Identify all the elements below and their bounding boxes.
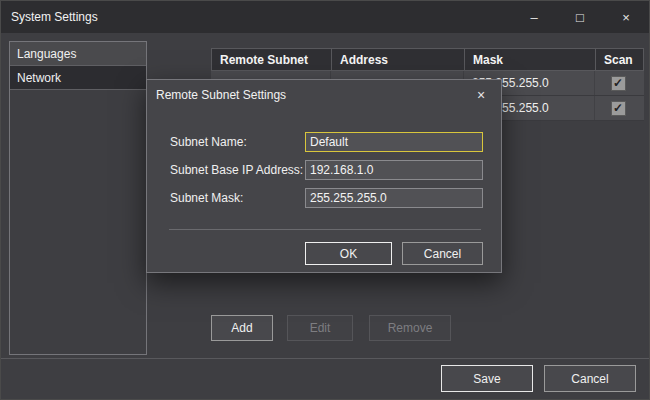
ok-button[interactable]: OK bbox=[305, 242, 392, 265]
dialog-cancel-button[interactable]: Cancel bbox=[402, 242, 483, 265]
edit-button[interactable]: Edit bbox=[287, 315, 353, 341]
sidebar-item-network[interactable]: Network bbox=[10, 66, 146, 90]
window-controls: – □ × bbox=[511, 1, 649, 33]
minimize-icon[interactable]: – bbox=[511, 1, 557, 33]
column-header-address[interactable]: Address bbox=[332, 49, 465, 70]
title-bar: System Settings – □ × bbox=[1, 1, 649, 33]
add-button[interactable]: Add bbox=[211, 315, 273, 341]
footer-divider bbox=[1, 358, 649, 359]
dialog-divider bbox=[169, 229, 481, 230]
subnet-name-field[interactable] bbox=[305, 132, 483, 152]
save-button[interactable]: Save bbox=[441, 365, 533, 392]
column-header-mask[interactable]: Mask bbox=[465, 49, 596, 70]
settings-category-list: Languages Network bbox=[9, 41, 147, 355]
dialog-title-bar: Remote Subnet Settings × bbox=[147, 80, 501, 110]
maximize-icon[interactable]: □ bbox=[557, 1, 603, 33]
table-header: Remote Subnet Address Mask Scan bbox=[211, 48, 644, 71]
cancel-button[interactable]: Cancel bbox=[544, 365, 636, 392]
column-header-scan[interactable]: Scan bbox=[596, 49, 642, 70]
scan-checkbox[interactable]: ✓ bbox=[611, 101, 626, 116]
scan-checkbox[interactable]: ✓ bbox=[611, 76, 626, 91]
subnet-mask-row: Subnet Mask: bbox=[147, 188, 501, 208]
subnet-mask-field[interactable] bbox=[305, 188, 483, 208]
cell-scan: ✓ bbox=[595, 96, 641, 120]
column-header-remote-subnet[interactable]: Remote Subnet bbox=[212, 49, 332, 70]
subnet-base-ip-row: Subnet Base IP Address: bbox=[147, 160, 501, 180]
subnet-mask-label: Subnet Mask: bbox=[170, 191, 243, 205]
dialog-close-icon[interactable]: × bbox=[470, 87, 492, 103]
subnet-name-label: Subnet Name: bbox=[170, 135, 247, 149]
window-title: System Settings bbox=[1, 10, 98, 24]
remove-button[interactable]: Remove bbox=[369, 315, 451, 341]
subnet-base-ip-field[interactable] bbox=[305, 160, 483, 180]
system-settings-window: System Settings – □ × Languages Network … bbox=[0, 0, 650, 400]
subnet-name-row: Subnet Name: bbox=[147, 132, 501, 152]
dialog-title: Remote Subnet Settings bbox=[156, 88, 286, 102]
cell-scan: ✓ bbox=[595, 71, 641, 95]
close-icon[interactable]: × bbox=[603, 1, 649, 33]
subnet-base-ip-label: Subnet Base IP Address: bbox=[170, 163, 303, 177]
remote-subnet-settings-dialog: Remote Subnet Settings × Subnet Name: Su… bbox=[146, 79, 502, 273]
sidebar-item-languages[interactable]: Languages bbox=[10, 42, 146, 66]
